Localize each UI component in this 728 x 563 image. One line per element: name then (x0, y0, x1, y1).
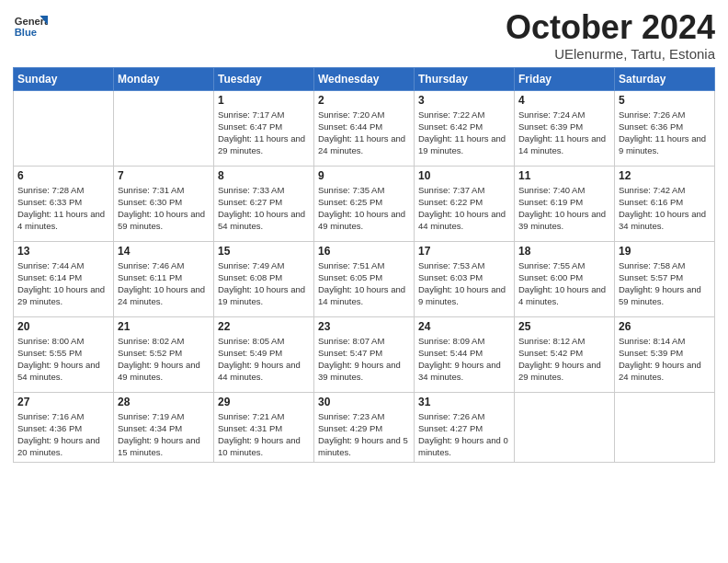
day-info: Sunrise: 7:58 AMSunset: 5:57 PMDaylight:… (619, 259, 711, 308)
day-info: Sunrise: 8:00 AMSunset: 5:55 PMDaylight:… (17, 335, 109, 384)
day-info: Sunrise: 7:31 AMSunset: 6:30 PMDaylight:… (118, 184, 210, 233)
calendar-cell: 9Sunrise: 7:35 AMSunset: 6:25 PMDaylight… (314, 166, 415, 241)
day-info: Sunrise: 7:24 AMSunset: 6:39 PMDaylight:… (518, 109, 610, 157)
calendar-cell: 2Sunrise: 7:20 AMSunset: 6:44 PMDaylight… (314, 90, 415, 166)
day-number: 23 (318, 320, 410, 333)
calendar-cell: 16Sunrise: 7:51 AMSunset: 6:05 PMDayligh… (314, 241, 415, 316)
day-info: Sunrise: 7:20 AMSunset: 6:44 PMDaylight:… (318, 109, 410, 157)
weekday-header: Wednesday (314, 67, 415, 90)
day-info: Sunrise: 7:22 AMSunset: 6:42 PMDaylight:… (418, 109, 510, 157)
weekday-header: Sunday (14, 67, 114, 90)
weekday-header-row: SundayMondayTuesdayWednesdayThursdayFrid… (14, 67, 715, 90)
day-number: 1 (218, 94, 310, 107)
calendar-cell: 24Sunrise: 8:09 AMSunset: 5:44 PMDayligh… (415, 316, 515, 392)
calendar-cell: 11Sunrise: 7:40 AMSunset: 6:19 PMDayligh… (515, 166, 615, 241)
weekday-header: Monday (114, 67, 214, 90)
day-info: Sunrise: 7:23 AMSunset: 4:29 PMDaylight:… (318, 410, 410, 459)
week-row: 13Sunrise: 7:44 AMSunset: 6:14 PMDayligh… (14, 241, 715, 316)
calendar-cell: 6Sunrise: 7:28 AMSunset: 6:33 PMDaylight… (14, 166, 114, 241)
calendar-cell: 27Sunrise: 7:16 AMSunset: 4:36 PMDayligh… (14, 392, 114, 462)
day-number: 5 (619, 94, 711, 107)
day-info: Sunrise: 7:53 AMSunset: 6:03 PMDaylight:… (418, 259, 510, 308)
calendar-cell (114, 90, 214, 166)
calendar-cell: 22Sunrise: 8:05 AMSunset: 5:49 PMDayligh… (214, 316, 314, 392)
weekday-header: Tuesday (214, 67, 314, 90)
week-row: 6Sunrise: 7:28 AMSunset: 6:33 PMDaylight… (14, 166, 715, 241)
week-row: 27Sunrise: 7:16 AMSunset: 4:36 PMDayligh… (14, 392, 715, 462)
title-block: October 2024 UElenurme, Tartu, Estonia (506, 9, 715, 62)
weekday-header: Friday (515, 67, 615, 90)
week-row: 20Sunrise: 8:00 AMSunset: 5:55 PMDayligh… (14, 316, 715, 392)
day-info: Sunrise: 7:35 AMSunset: 6:25 PMDaylight:… (318, 184, 410, 233)
calendar-cell: 30Sunrise: 7:23 AMSunset: 4:29 PMDayligh… (314, 392, 415, 462)
day-number: 2 (318, 94, 410, 107)
day-info: Sunrise: 7:28 AMSunset: 6:33 PMDaylight:… (17, 184, 109, 233)
day-number: 12 (619, 169, 711, 182)
day-info: Sunrise: 7:46 AMSunset: 6:11 PMDaylight:… (118, 259, 210, 308)
day-number: 10 (418, 169, 510, 182)
calendar-cell: 28Sunrise: 7:19 AMSunset: 4:34 PMDayligh… (114, 392, 214, 462)
day-info: Sunrise: 8:09 AMSunset: 5:44 PMDaylight:… (418, 335, 510, 384)
day-info: Sunrise: 7:26 AMSunset: 4:27 PMDaylight:… (418, 410, 510, 459)
day-number: 21 (118, 320, 210, 333)
day-info: Sunrise: 8:02 AMSunset: 5:52 PMDaylight:… (118, 335, 210, 384)
weekday-header: Thursday (415, 67, 515, 90)
weekday-header: Saturday (615, 67, 715, 90)
calendar-cell: 14Sunrise: 7:46 AMSunset: 6:11 PMDayligh… (114, 241, 214, 316)
day-number: 8 (218, 169, 310, 182)
day-number: 27 (17, 396, 109, 408)
header: General Blue October 2024 UElenurme, Tar… (13, 9, 715, 62)
day-info: Sunrise: 7:17 AMSunset: 6:47 PMDaylight:… (218, 109, 310, 157)
day-number: 29 (218, 396, 310, 408)
calendar-cell: 5Sunrise: 7:26 AMSunset: 6:36 PMDaylight… (615, 90, 715, 166)
day-number: 4 (518, 94, 610, 107)
calendar-cell: 20Sunrise: 8:00 AMSunset: 5:55 PMDayligh… (14, 316, 114, 392)
day-number: 3 (418, 94, 510, 107)
calendar-title: October 2024 (506, 9, 715, 46)
day-info: Sunrise: 8:05 AMSunset: 5:49 PMDaylight:… (218, 335, 310, 384)
logo-icon: General Blue (13, 9, 48, 44)
day-info: Sunrise: 7:37 AMSunset: 6:22 PMDaylight:… (418, 184, 510, 233)
svg-text:Blue: Blue (15, 27, 37, 38)
day-number: 26 (619, 320, 711, 333)
day-info: Sunrise: 7:51 AMSunset: 6:05 PMDaylight:… (318, 259, 410, 308)
calendar-table: SundayMondayTuesdayWednesdayThursdayFrid… (13, 67, 715, 463)
logo: General Blue (13, 9, 51, 44)
calendar-cell (615, 392, 715, 462)
calendar-cell: 13Sunrise: 7:44 AMSunset: 6:14 PMDayligh… (14, 241, 114, 316)
calendar-cell: 7Sunrise: 7:31 AMSunset: 6:30 PMDaylight… (114, 166, 214, 241)
calendar-cell (14, 90, 114, 166)
day-info: Sunrise: 7:55 AMSunset: 6:00 PMDaylight:… (518, 259, 610, 308)
day-number: 11 (518, 169, 610, 182)
day-info: Sunrise: 7:21 AMSunset: 4:31 PMDaylight:… (218, 410, 310, 459)
day-number: 6 (17, 169, 109, 182)
calendar-cell: 8Sunrise: 7:33 AMSunset: 6:27 PMDaylight… (214, 166, 314, 241)
day-info: Sunrise: 7:44 AMSunset: 6:14 PMDaylight:… (17, 259, 109, 308)
calendar-cell: 3Sunrise: 7:22 AMSunset: 6:42 PMDaylight… (415, 90, 515, 166)
calendar-cell: 21Sunrise: 8:02 AMSunset: 5:52 PMDayligh… (114, 316, 214, 392)
calendar-cell: 1Sunrise: 7:17 AMSunset: 6:47 PMDaylight… (214, 90, 314, 166)
day-number: 31 (418, 396, 510, 408)
day-info: Sunrise: 7:40 AMSunset: 6:19 PMDaylight:… (518, 184, 610, 233)
calendar-cell: 25Sunrise: 8:12 AMSunset: 5:42 PMDayligh… (515, 316, 615, 392)
day-info: Sunrise: 7:19 AMSunset: 4:34 PMDaylight:… (118, 410, 210, 459)
calendar-cell: 15Sunrise: 7:49 AMSunset: 6:08 PMDayligh… (214, 241, 314, 316)
day-number: 17 (418, 245, 510, 258)
day-number: 18 (518, 245, 610, 258)
week-row: 1Sunrise: 7:17 AMSunset: 6:47 PMDaylight… (14, 90, 715, 166)
day-number: 30 (318, 396, 410, 408)
day-info: Sunrise: 8:07 AMSunset: 5:47 PMDaylight:… (318, 335, 410, 384)
calendar-cell: 26Sunrise: 8:14 AMSunset: 5:39 PMDayligh… (615, 316, 715, 392)
day-number: 13 (17, 245, 109, 258)
day-number: 14 (118, 245, 210, 258)
calendar-cell: 10Sunrise: 7:37 AMSunset: 6:22 PMDayligh… (415, 166, 515, 241)
calendar-cell: 31Sunrise: 7:26 AMSunset: 4:27 PMDayligh… (415, 392, 515, 462)
calendar-cell: 12Sunrise: 7:42 AMSunset: 6:16 PMDayligh… (615, 166, 715, 241)
calendar-cell: 19Sunrise: 7:58 AMSunset: 5:57 PMDayligh… (615, 241, 715, 316)
day-info: Sunrise: 7:42 AMSunset: 6:16 PMDaylight:… (619, 184, 711, 233)
calendar-cell (515, 392, 615, 462)
day-number: 25 (518, 320, 610, 333)
day-info: Sunrise: 7:26 AMSunset: 6:36 PMDaylight:… (619, 109, 711, 157)
day-info: Sunrise: 7:33 AMSunset: 6:27 PMDaylight:… (218, 184, 310, 233)
calendar-subtitle: UElenurme, Tartu, Estonia (506, 46, 715, 62)
